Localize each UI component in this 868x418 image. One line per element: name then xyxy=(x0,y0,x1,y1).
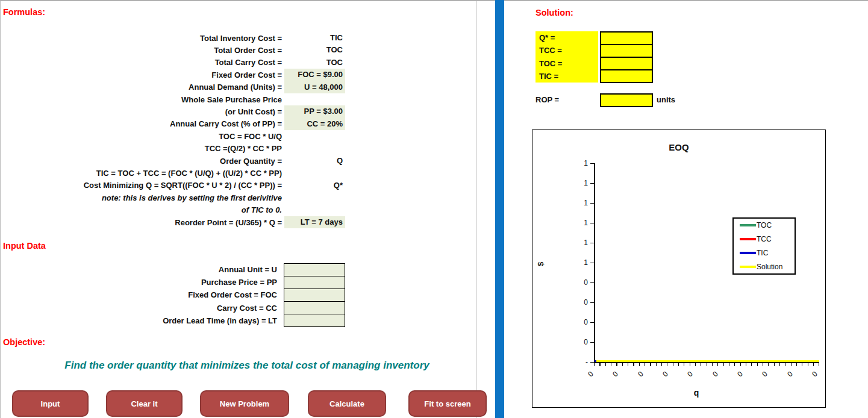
formula-label: Annual Demand (Units) = xyxy=(0,83,282,92)
legend-item-solution: Solution xyxy=(740,263,795,271)
legend-label: TIC xyxy=(757,249,768,257)
x-tick-label: 0 xyxy=(586,367,598,379)
chart-legend: TOC TCC TIC Solution xyxy=(732,217,796,275)
input-data-heading: Input Data xyxy=(3,241,46,251)
formula-value: TOC xyxy=(284,57,345,69)
formula-row: Cost Minimizing Q = SQRT((FOC * U * 2) /… xyxy=(0,179,345,192)
input-button[interactable]: Input xyxy=(12,390,89,417)
formula-row: Total Order Cost =TOC xyxy=(0,44,345,56)
formula-label: TOC = FOC * U/Q xyxy=(0,132,282,141)
y-tick-label: 1 xyxy=(584,239,588,247)
solution-label-tcc: TCC = xyxy=(535,44,598,57)
formula-value xyxy=(284,93,345,105)
window-top-edge xyxy=(0,0,868,1)
input-label-purchase-price: Purchase Price = PP xyxy=(201,278,277,287)
solution-cell-column xyxy=(600,31,653,83)
input-cell-purchase-price[interactable] xyxy=(284,276,345,289)
formula-value: TIC xyxy=(284,32,345,44)
legend-label: Solution xyxy=(757,263,782,271)
x-axis-tick-marks xyxy=(594,363,819,366)
x-tick-label: 0 xyxy=(760,367,772,379)
x-tick-label: 0 xyxy=(611,367,623,379)
legend-item-tcc: TCC xyxy=(740,235,795,243)
formula-label: Annual Carry Cost (% of PP) = xyxy=(0,119,282,128)
formula-label: Reorder Point = (U/365) * Q = xyxy=(0,218,282,227)
clear-button[interactable]: Clear it xyxy=(106,390,183,417)
formula-row: Total Inventory Cost =TIC xyxy=(0,32,345,44)
y-tick-label: 0 xyxy=(584,318,588,326)
formula-value xyxy=(284,192,345,204)
formula-label: Order Quantity = xyxy=(0,157,282,166)
tic-series-mark xyxy=(595,360,596,362)
x-tick-label: 0 xyxy=(636,367,648,379)
formula-note: note: this is derives by setting the fir… xyxy=(0,193,282,202)
formula-value-highlighted: LT = 7 days xyxy=(284,216,345,228)
formula-label: (or Unit Cost) = xyxy=(0,107,282,116)
solution-cell-toc xyxy=(600,57,653,70)
solution-label-block: Q* = TCC = TOC = TIC = xyxy=(535,31,598,83)
legend-label: TOC xyxy=(757,221,772,229)
input-label-fixed-order-cost: Fixed Order Cost = FOC xyxy=(188,290,277,299)
input-cell-lead-time[interactable] xyxy=(284,314,345,327)
objective-text: Find the order quantity that minimizes t… xyxy=(24,360,470,372)
formula-note-row: of TIC to 0. xyxy=(0,204,345,216)
formula-row: Order Quantity =Q xyxy=(0,155,345,167)
rop-label: ROP = xyxy=(535,95,559,104)
formula-note: of TIC to 0. xyxy=(0,205,282,214)
x-tick-label: 0 xyxy=(711,367,723,379)
y-tick-label: 1 xyxy=(584,199,588,207)
input-label-carry-cost: Carry Cost = CC xyxy=(217,304,277,313)
y-tick-label: 1 xyxy=(584,219,588,227)
new-problem-button[interactable]: New Problem xyxy=(200,390,289,417)
formula-value xyxy=(284,167,345,179)
input-label-column: Annual Unit = U Purchase Price = PP Fixe… xyxy=(0,263,277,327)
x-tick-label: 0 xyxy=(735,367,748,379)
solution-cell-qstar xyxy=(600,31,653,45)
formula-value-highlighted: CC = 20% xyxy=(284,118,345,130)
x-axis-label: q xyxy=(594,388,799,398)
formula-row: (or Unit Cost) =PP = $3.00 xyxy=(0,105,345,117)
solution-heading: Solution: xyxy=(535,8,573,17)
objective-heading: Objective: xyxy=(3,337,45,347)
blue-column-divider xyxy=(495,0,504,418)
x-axis-tick-labels: 0 0 0 0 0 0 0 0 0 0 xyxy=(589,369,820,378)
toc-line-swatch xyxy=(740,224,756,226)
formula-value xyxy=(284,130,345,142)
fit-to-screen-button[interactable]: Fit to screen xyxy=(408,390,487,417)
legend-label: TCC xyxy=(757,235,772,243)
calculate-button[interactable]: Calculate xyxy=(308,390,386,417)
formula-value: Q* xyxy=(284,179,345,192)
solution-label-toc: TOC = xyxy=(535,57,598,70)
formula-note-row: note: this is derives by setting the fir… xyxy=(0,192,345,204)
rop-units-label: units xyxy=(657,95,675,104)
formula-label: Fixed Order Cost = xyxy=(0,70,282,80)
formulas-heading: Formulas: xyxy=(3,7,45,17)
chart-title: EOQ xyxy=(532,142,825,152)
tic-line-swatch xyxy=(740,252,756,254)
formula-row: Total Carry Cost =TOC xyxy=(0,57,345,69)
y-axis-line xyxy=(594,163,595,363)
y-tick-label: - xyxy=(585,358,588,366)
formula-row: Annual Demand (Units) =U = 48,000 xyxy=(0,81,345,93)
input-cell-fixed-order-cost[interactable] xyxy=(284,289,345,302)
solution-series-line xyxy=(596,360,819,362)
y-axis-tick-labels: 1 1 1 1 1 1 0 0 0 0 - xyxy=(567,159,588,366)
formula-label: Whole Sale Purchase Price xyxy=(0,95,282,104)
input-cell-carry-cost[interactable] xyxy=(284,301,345,314)
formula-value-highlighted: U = 48,000 xyxy=(284,81,345,93)
formula-row: Annual Carry Cost (% of PP) =CC = 20% xyxy=(0,118,345,130)
formula-label: TCC =(Q/2) * CC * PP xyxy=(0,144,282,153)
input-label-lead-time: Order Lead Time (in days) = LT xyxy=(163,316,277,325)
formula-value-highlighted: FOC = $9.00 xyxy=(284,69,345,81)
formula-value: Q xyxy=(284,155,345,167)
solution-cell-tcc xyxy=(600,44,653,58)
y-tick-label: 0 xyxy=(584,338,588,346)
input-cell-annual-units[interactable] xyxy=(284,263,345,276)
formula-row: TOC = FOC * U/Q xyxy=(0,130,345,142)
x-tick-label: 0 xyxy=(685,367,698,379)
formula-table: Total Inventory Cost =TIC Total Order Co… xyxy=(0,32,345,228)
formula-value: TOC xyxy=(284,44,345,56)
formula-value xyxy=(284,204,345,216)
rop-cell xyxy=(600,93,653,107)
formula-value-highlighted: PP = $3.00 xyxy=(284,105,345,117)
